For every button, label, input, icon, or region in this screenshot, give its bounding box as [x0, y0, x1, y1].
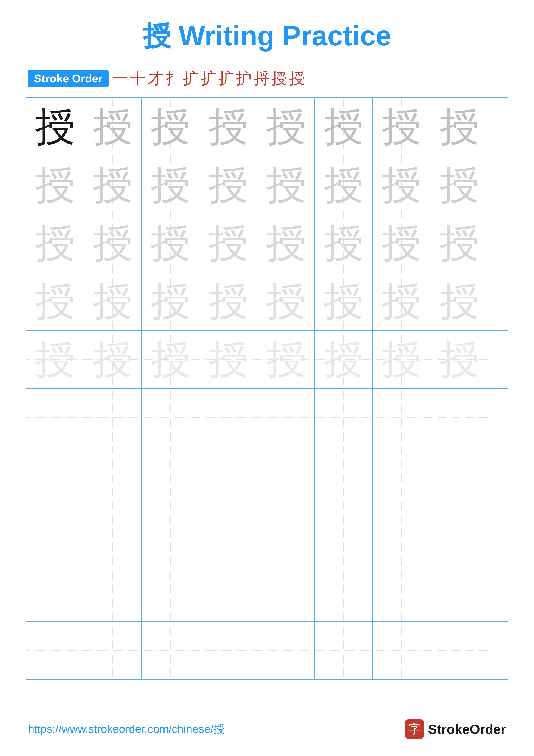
grid-cell-4-6[interactable]: 授 — [373, 331, 430, 388]
cell-character: 授 — [440, 282, 479, 321]
cell-character: 授 — [381, 223, 421, 263]
grid-cell-9-7[interactable] — [430, 622, 488, 679]
grid-cell-9-6[interactable] — [373, 622, 430, 679]
grid-cell-2-3[interactable]: 授 — [199, 214, 257, 272]
grid-cell-5-6[interactable] — [373, 389, 430, 446]
grid-cell-7-4[interactable] — [257, 505, 315, 563]
grid-row-1: 授授授授授授授授 — [26, 156, 508, 214]
grid-cell-9-4[interactable] — [257, 622, 315, 679]
grid-cell-5-4[interactable] — [257, 389, 315, 446]
grid-cell-1-4[interactable]: 授 — [257, 156, 315, 214]
grid-cell-8-4[interactable] — [257, 563, 315, 621]
grid-cell-8-0[interactable] — [26, 563, 84, 621]
stroke-char-3: 扌 — [165, 68, 181, 89]
grid-cell-3-3[interactable]: 授 — [199, 272, 257, 330]
stroke-char-0: 一 — [113, 68, 128, 89]
grid-cell-1-6[interactable]: 授 — [373, 156, 430, 214]
grid-cell-0-7[interactable]: 授 — [430, 98, 488, 156]
grid-cell-4-7[interactable]: 授 — [430, 331, 488, 388]
grid-cell-0-2[interactable]: 授 — [142, 98, 199, 156]
cell-character: 授 — [35, 282, 75, 321]
grid-cell-6-3[interactable] — [199, 447, 257, 505]
grid-cell-4-4[interactable]: 授 — [257, 331, 315, 388]
grid-cell-8-3[interactable] — [199, 563, 257, 621]
grid-cell-7-0[interactable] — [26, 505, 84, 563]
grid-cell-7-5[interactable] — [315, 505, 373, 563]
grid-cell-9-3[interactable] — [199, 622, 257, 679]
grid-cell-5-5[interactable] — [315, 389, 373, 446]
grid-cell-3-4[interactable]: 授 — [257, 272, 315, 330]
grid-cell-6-1[interactable] — [84, 447, 142, 505]
cell-character: 授 — [151, 339, 191, 380]
grid-cell-4-3[interactable]: 授 — [199, 331, 257, 388]
grid-cell-4-5[interactable]: 授 — [315, 331, 373, 388]
grid-cell-8-2[interactable] — [142, 563, 199, 621]
grid-cell-8-6[interactable] — [373, 563, 430, 621]
cell-character: 授 — [266, 107, 306, 147]
grid-cell-3-1[interactable]: 授 — [84, 272, 142, 330]
grid-cell-0-4[interactable]: 授 — [257, 98, 315, 156]
grid-cell-0-3[interactable]: 授 — [199, 98, 257, 156]
footer-url[interactable]: https://www.strokeorder.com/chinese/授 — [28, 721, 225, 737]
grid-cell-1-0[interactable]: 授 — [26, 156, 84, 214]
grid-cell-1-7[interactable]: 授 — [430, 156, 488, 214]
grid-cell-1-5[interactable]: 授 — [315, 156, 373, 214]
grid-cell-8-5[interactable] — [315, 563, 373, 621]
grid-cell-4-1[interactable]: 授 — [84, 331, 142, 388]
grid-cell-6-4[interactable] — [257, 447, 315, 505]
cell-character: 授 — [208, 107, 248, 147]
grid-cell-7-3[interactable] — [199, 505, 257, 563]
grid-cell-8-7[interactable] — [430, 563, 488, 621]
grid-cell-5-3[interactable] — [199, 389, 257, 446]
grid-cell-0-5[interactable]: 授 — [315, 98, 373, 156]
grid-cell-2-2[interactable]: 授 — [142, 214, 199, 272]
grid-cell-5-2[interactable] — [142, 389, 199, 446]
grid-cell-3-2[interactable]: 授 — [142, 272, 199, 330]
grid-cell-2-1[interactable]: 授 — [84, 214, 142, 272]
grid-cell-2-0[interactable]: 授 — [26, 214, 84, 272]
grid-cell-6-6[interactable] — [373, 447, 430, 505]
grid-cell-9-2[interactable] — [142, 622, 199, 679]
grid-cell-9-1[interactable] — [84, 622, 142, 679]
grid-cell-5-7[interactable] — [430, 389, 488, 446]
grid-cell-6-2[interactable] — [142, 447, 199, 505]
grid-row-0: 授授授授授授授授 — [26, 98, 508, 156]
grid-cell-2-5[interactable]: 授 — [315, 214, 373, 272]
grid-cell-0-0[interactable]: 授 — [26, 98, 84, 156]
grid-cell-1-1[interactable]: 授 — [84, 156, 142, 214]
cell-character: 授 — [381, 339, 421, 380]
grid-cell-2-4[interactable]: 授 — [257, 214, 315, 272]
grid-cell-5-0[interactable] — [26, 389, 84, 446]
grid-cell-7-7[interactable] — [430, 505, 488, 563]
grid-cell-4-0[interactable]: 授 — [26, 331, 84, 388]
grid-cell-9-0[interactable] — [26, 622, 84, 679]
grid-cell-7-2[interactable] — [142, 505, 199, 563]
grid-cell-8-1[interactable] — [84, 563, 142, 621]
grid-cell-6-7[interactable] — [430, 447, 488, 505]
cell-character: 授 — [208, 223, 248, 263]
stroke-char-5: 扩 — [201, 68, 216, 89]
grid-cell-3-5[interactable]: 授 — [315, 272, 373, 330]
grid-cell-3-6[interactable]: 授 — [373, 272, 430, 330]
logo-text: StrokeOrder — [428, 721, 506, 737]
grid-cell-6-5[interactable] — [315, 447, 373, 505]
grid-cell-3-7[interactable]: 授 — [430, 272, 488, 330]
grid-cell-9-5[interactable] — [315, 622, 373, 679]
grid-cell-6-0[interactable] — [26, 447, 84, 505]
cell-character: 授 — [93, 223, 133, 263]
grid-cell-7-6[interactable] — [373, 505, 430, 563]
grid-cell-2-6[interactable]: 授 — [373, 214, 430, 272]
grid-cell-4-2[interactable]: 授 — [142, 331, 199, 388]
grid-cell-1-3[interactable]: 授 — [199, 156, 257, 214]
logo-icon: 字 — [405, 719, 424, 739]
stroke-char-6: 扩 — [218, 68, 234, 89]
title-char: 授 — [143, 20, 171, 51]
grid-cell-7-1[interactable] — [84, 505, 142, 563]
grid-cell-2-7[interactable]: 授 — [430, 214, 488, 272]
title-rest: Writing Practice — [171, 20, 391, 51]
grid-cell-3-0[interactable]: 授 — [26, 272, 84, 330]
grid-cell-1-2[interactable]: 授 — [142, 156, 199, 214]
grid-cell-0-1[interactable]: 授 — [84, 98, 142, 156]
grid-cell-0-6[interactable]: 授 — [373, 98, 430, 156]
grid-cell-5-1[interactable] — [84, 389, 142, 446]
